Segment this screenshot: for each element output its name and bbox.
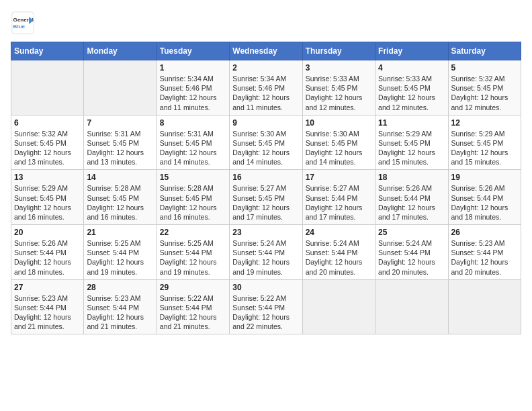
day-detail: Sunrise: 5:27 AMSunset: 5:44 PMDaylight:… — [306, 183, 372, 222]
week-row-3: 13Sunrise: 5:29 AMSunset: 5:45 PMDayligh… — [11, 170, 521, 225]
day-cell: 27Sunrise: 5:23 AMSunset: 5:44 PMDayligh… — [11, 279, 84, 334]
day-cell: 29Sunrise: 5:22 AMSunset: 5:44 PMDayligh… — [157, 279, 229, 334]
day-detail: Sunrise: 5:34 AMSunset: 5:46 PMDaylight:… — [232, 74, 299, 112]
day-number: 4 — [378, 63, 445, 73]
day-cell — [448, 279, 521, 334]
day-cell: 30Sunrise: 5:22 AMSunset: 5:44 PMDayligh… — [230, 279, 302, 334]
day-cell: 11Sunrise: 5:29 AMSunset: 5:45 PMDayligh… — [375, 115, 448, 170]
day-detail: Sunrise: 5:22 AMSunset: 5:44 PMDaylight:… — [160, 293, 226, 332]
day-cell — [302, 279, 375, 334]
day-detail: Sunrise: 5:29 AMSunset: 5:45 PMDaylight:… — [14, 183, 81, 222]
header-cell-tuesday: Tuesday — [157, 42, 229, 60]
day-cell: 12Sunrise: 5:29 AMSunset: 5:45 PMDayligh… — [448, 115, 521, 170]
day-number: 17 — [306, 173, 372, 182]
day-cell: 8Sunrise: 5:31 AMSunset: 5:45 PMDaylight… — [157, 115, 229, 170]
day-cell: 26Sunrise: 5:23 AMSunset: 5:44 PMDayligh… — [448, 225, 521, 280]
week-row-2: 6Sunrise: 5:32 AMSunset: 5:45 PMDaylight… — [11, 115, 521, 170]
day-detail: Sunrise: 5:23 AMSunset: 5:44 PMDaylight:… — [87, 293, 153, 332]
day-cell: 22Sunrise: 5:25 AMSunset: 5:44 PMDayligh… — [157, 225, 229, 280]
day-detail: Sunrise: 5:32 AMSunset: 5:45 PMDaylight:… — [14, 129, 81, 167]
calendar-header: SundayMondayTuesdayWednesdayThursdayFrid… — [11, 42, 521, 60]
day-detail: Sunrise: 5:24 AMSunset: 5:44 PMDaylight:… — [378, 238, 445, 277]
day-cell: 16Sunrise: 5:27 AMSunset: 5:45 PMDayligh… — [230, 170, 302, 225]
header-cell-monday: Monday — [84, 42, 157, 60]
day-detail: Sunrise: 5:25 AMSunset: 5:44 PMDaylight:… — [160, 238, 226, 277]
day-detail: Sunrise: 5:24 AMSunset: 5:44 PMDaylight:… — [232, 238, 299, 277]
day-cell: 25Sunrise: 5:24 AMSunset: 5:44 PMDayligh… — [375, 225, 448, 280]
header-cell-thursday: Thursday — [302, 42, 375, 60]
day-number: 12 — [451, 118, 518, 128]
day-cell: 10Sunrise: 5:30 AMSunset: 5:45 PMDayligh… — [302, 115, 375, 170]
day-detail: Sunrise: 5:28 AMSunset: 5:45 PMDaylight:… — [87, 183, 153, 222]
day-number: 11 — [378, 118, 445, 128]
header-row: SundayMondayTuesdayWednesdayThursdayFrid… — [11, 42, 521, 60]
svg-text:Blue: Blue — [13, 24, 26, 30]
day-detail: Sunrise: 5:29 AMSunset: 5:45 PMDaylight:… — [451, 129, 518, 167]
header-cell-wednesday: Wednesday — [230, 42, 302, 60]
day-detail: Sunrise: 5:31 AMSunset: 5:45 PMDaylight:… — [160, 129, 226, 167]
header-cell-sunday: Sunday — [11, 42, 84, 60]
day-cell: 4Sunrise: 5:33 AMSunset: 5:45 PMDaylight… — [375, 60, 448, 116]
day-cell — [375, 279, 448, 334]
day-number: 21 — [87, 228, 153, 237]
day-number: 5 — [451, 63, 518, 73]
day-number: 30 — [232, 283, 299, 292]
day-number: 29 — [160, 283, 226, 292]
day-cell: 19Sunrise: 5:26 AMSunset: 5:44 PMDayligh… — [448, 170, 521, 225]
logo-icon: General Blue — [11, 11, 35, 35]
day-number: 1 — [160, 63, 226, 73]
day-cell: 23Sunrise: 5:24 AMSunset: 5:44 PMDayligh… — [230, 225, 302, 280]
header-cell-friday: Friday — [375, 42, 448, 60]
page-header: General Blue — [11, 11, 521, 35]
day-cell: 24Sunrise: 5:24 AMSunset: 5:44 PMDayligh… — [302, 225, 375, 280]
day-detail: Sunrise: 5:26 AMSunset: 5:44 PMDaylight:… — [451, 183, 518, 222]
day-number: 16 — [232, 173, 299, 182]
day-cell: 21Sunrise: 5:25 AMSunset: 5:44 PMDayligh… — [84, 225, 157, 280]
day-detail: Sunrise: 5:30 AMSunset: 5:45 PMDaylight:… — [306, 129, 372, 167]
day-cell: 18Sunrise: 5:26 AMSunset: 5:44 PMDayligh… — [375, 170, 448, 225]
week-row-1: 1Sunrise: 5:34 AMSunset: 5:46 PMDaylight… — [11, 60, 521, 116]
day-detail: Sunrise: 5:28 AMSunset: 5:45 PMDaylight:… — [160, 183, 226, 222]
week-row-4: 20Sunrise: 5:26 AMSunset: 5:44 PMDayligh… — [11, 225, 521, 280]
day-number: 27 — [14, 283, 81, 292]
day-detail: Sunrise: 5:30 AMSunset: 5:45 PMDaylight:… — [232, 129, 299, 167]
day-detail: Sunrise: 5:23 AMSunset: 5:44 PMDaylight:… — [14, 293, 81, 332]
day-number: 3 — [306, 63, 372, 73]
day-detail: Sunrise: 5:26 AMSunset: 5:44 PMDaylight:… — [378, 183, 445, 222]
day-number: 6 — [14, 118, 81, 128]
day-detail: Sunrise: 5:32 AMSunset: 5:45 PMDaylight:… — [451, 74, 518, 112]
day-detail: Sunrise: 5:25 AMSunset: 5:44 PMDaylight:… — [87, 238, 153, 277]
day-number: 20 — [14, 228, 81, 237]
day-cell: 5Sunrise: 5:32 AMSunset: 5:45 PMDaylight… — [448, 60, 521, 116]
day-cell: 15Sunrise: 5:28 AMSunset: 5:45 PMDayligh… — [157, 170, 229, 225]
day-detail: Sunrise: 5:31 AMSunset: 5:45 PMDaylight:… — [87, 129, 153, 167]
logo: General Blue — [11, 11, 35, 35]
day-cell: 9Sunrise: 5:30 AMSunset: 5:45 PMDaylight… — [230, 115, 302, 170]
day-detail: Sunrise: 5:27 AMSunset: 5:45 PMDaylight:… — [232, 183, 299, 222]
day-detail: Sunrise: 5:22 AMSunset: 5:44 PMDaylight:… — [232, 293, 299, 332]
day-number: 13 — [14, 173, 81, 182]
calendar-body: 1Sunrise: 5:34 AMSunset: 5:46 PMDaylight… — [11, 60, 521, 334]
day-cell: 14Sunrise: 5:28 AMSunset: 5:45 PMDayligh… — [84, 170, 157, 225]
day-number: 25 — [378, 228, 445, 237]
day-cell — [84, 60, 157, 116]
week-row-5: 27Sunrise: 5:23 AMSunset: 5:44 PMDayligh… — [11, 279, 521, 334]
day-cell: 6Sunrise: 5:32 AMSunset: 5:45 PMDaylight… — [11, 115, 84, 170]
day-detail: Sunrise: 5:29 AMSunset: 5:45 PMDaylight:… — [378, 129, 445, 167]
day-cell: 1Sunrise: 5:34 AMSunset: 5:46 PMDaylight… — [157, 60, 229, 116]
day-number: 15 — [160, 173, 226, 182]
day-number: 28 — [87, 283, 153, 292]
day-detail: Sunrise: 5:33 AMSunset: 5:45 PMDaylight:… — [306, 74, 372, 112]
day-cell: 7Sunrise: 5:31 AMSunset: 5:45 PMDaylight… — [84, 115, 157, 170]
calendar-table: SundayMondayTuesdayWednesdayThursdayFrid… — [11, 42, 521, 334]
day-detail: Sunrise: 5:24 AMSunset: 5:44 PMDaylight:… — [306, 238, 372, 277]
day-cell: 28Sunrise: 5:23 AMSunset: 5:44 PMDayligh… — [84, 279, 157, 334]
day-number: 7 — [87, 118, 153, 128]
day-number: 10 — [306, 118, 372, 128]
day-number: 26 — [451, 228, 518, 237]
day-detail: Sunrise: 5:34 AMSunset: 5:46 PMDaylight:… — [160, 74, 226, 112]
day-detail: Sunrise: 5:26 AMSunset: 5:44 PMDaylight:… — [14, 238, 81, 277]
day-number: 9 — [232, 118, 299, 128]
day-detail: Sunrise: 5:33 AMSunset: 5:45 PMDaylight:… — [378, 74, 445, 112]
day-number: 2 — [232, 63, 299, 73]
